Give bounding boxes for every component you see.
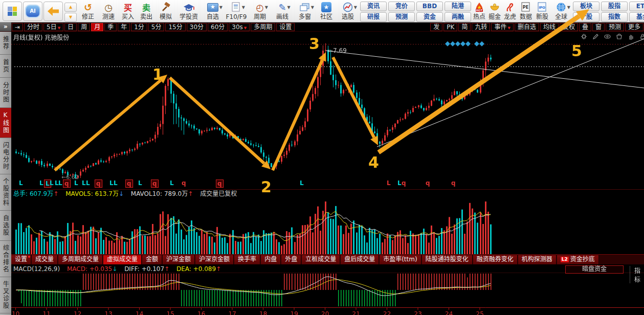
toolbar-btn-ETF[interactable]: ETF [629,2,644,11]
period-btn-5分[interactable]: 5分 [148,23,165,31]
toolbar-app-logo[interactable] [3,2,22,21]
period-btn-周[interactable]: 周 [78,23,90,31]
lock-icon[interactable] [639,33,644,40]
sidebar-item-首页[interactable]: 首页 [0,55,11,78]
period-btn-分时[interactable]: 分时 [24,23,42,31]
indicator-tab-虚拟成交量[interactable]: 虚拟成交量 [103,255,142,264]
period-btn-窗[interactable]: 窗 [592,23,605,31]
indicator-tab-外盘[interactable]: 外盘 [281,255,301,264]
period-btn-简[interactable]: 简 [458,23,471,31]
period-btn-15分[interactable]: 15分 [165,23,185,31]
toolbar-btn-陆港[interactable]: 陆港 [445,2,471,11]
indicator-tab-金额[interactable]: 金额 [142,255,162,264]
eye-icon[interactable] [604,33,611,40]
toolbar-speed-test[interactable]: ◷测速 [98,0,119,21]
indicator-tab-融资融券变化[interactable]: 融资融券变化 [473,255,518,264]
toolbar-btn-BBD[interactable]: BBD [416,2,443,11]
period-btn-1分[interactable]: 1分 [131,23,147,31]
indicator-tab-内盘[interactable]: 内盘 [261,255,281,264]
indicator-tab-沪深京金额[interactable]: 沪深京金额 [195,255,234,264]
period-btn-删自选[interactable]: 删自选 [515,23,539,31]
jump-latest-button[interactable]: ⇥ [12,23,23,31]
period-btn-九转[interactable]: 九转 [472,23,490,31]
toolbar-btn-个股[interactable]: 个股 [573,12,599,22]
toolbar-correction[interactable]: ↺修正 [78,0,98,21]
chevron-down-icon[interactable]: ▼ [287,5,290,10]
chevron-down-icon[interactable]: ▼ [311,5,314,10]
sidebar-expand-button[interactable]: » [0,22,11,32]
chevron-down-icon[interactable]: ▼ [242,5,245,10]
sidebar-item-综合排名[interactable]: 综合排名 [0,241,11,277]
toolbar-f10-f9[interactable]: ▼F10/F9 [224,0,249,21]
period-btn-日[interactable]: 日 [64,23,77,31]
indicator-tab-盘后成交量[interactable]: 盘后成交量 [341,255,379,264]
toolbar-btn-两融[interactable]: 两融 [445,12,471,22]
period-btn-均线[interactable]: 均线 [540,23,559,31]
toolbar-ai-assistant[interactable]: AI [23,2,42,21]
indicator-tab-多周期成交量[interactable]: 多周期成交量 [58,255,103,264]
toolbar-scroll-up-down[interactable]: ▲▼ [63,0,78,22]
period-btn-更多[interactable]: 更多 [625,23,643,31]
sidebar-item-推荐[interactable]: 推荐 [0,32,11,55]
period-btn-季[interactable]: 季 [104,23,117,31]
toolbar-simulate[interactable]: 模拟 [156,0,176,21]
toolbar-data[interactable]: PE数据 [518,0,534,21]
period-btn-叠[interactable]: 叠 [579,23,591,31]
sidebar-item-分时图[interactable]: 分时图 [0,78,11,108]
toolbar-nav-back[interactable] [43,2,63,21]
sidebar-item-牛叉诊股[interactable]: 牛叉诊股 [0,277,11,313]
toolbar-btn-研报[interactable]: 研报 [360,12,387,22]
hand-icon[interactable] [627,33,635,40]
period-btn-30分[interactable]: 30分 [187,23,207,31]
toolbar-multi-window[interactable]: ▼多窗 [294,0,316,21]
toolbar-sell[interactable]: 卖卖出 [137,0,156,21]
toolbar-new-shares[interactable]: IPO新股 [534,0,550,21]
sidebar-item-自选股[interactable]: 自选股 [0,211,11,241]
indicator-tab-资金抄底[interactable]: L2资金抄底 [557,255,599,264]
period-btn-复权[interactable]: 复权 [560,23,578,31]
period-btn-PK[interactable]: PK [443,23,457,31]
toolbar-draw-line[interactable]: ✎▼画线 [271,0,294,21]
toolbar-period[interactable]: ◴▼周期 [249,0,271,21]
indicator-tab-换手率[interactable]: 换手率 [234,255,260,264]
period-btn-30s[interactable]: 30s▼ [229,23,250,31]
trash-icon[interactable] [615,33,623,40]
period-btn-年[interactable]: 年 [118,23,130,31]
period-btn-发[interactable]: 发 [430,23,442,31]
chevron-down-icon[interactable]: ▼ [354,5,357,10]
indicator-tab-设置[interactable]: 设置 [11,255,31,264]
period-btn-设置[interactable]: 设置 [276,23,295,31]
toolbar-btn-资金[interactable]: 资金 [416,12,443,22]
toolbar-global[interactable]: ▼全球 [550,0,572,21]
chevron-down-icon[interactable]: ▼ [58,26,60,30]
toolbar-watchlist[interactable]: ★▼自选 [202,0,224,21]
period-btn-5日[interactable]: 5日▼ [43,23,63,31]
toolbar-hot-spot[interactable]: HOT热点 [472,0,487,21]
dark-pool-funds-button[interactable]: 暗盘资金 [565,265,624,274]
chevron-down-icon[interactable]: ▼ [244,26,247,30]
period-btn-事件[interactable]: 事件▼ [491,23,513,31]
toolbar-btn-基金[interactable]: 基金 [629,12,644,22]
toolbar-btn-股指[interactable]: 股指 [601,2,628,11]
sidebar-item-个股资料[interactable]: 个股资料 [0,174,11,211]
period-btn-60分[interactable]: 60分 [208,23,228,31]
chevron-down-icon[interactable]: ▼ [219,5,223,10]
toolbar-btn-预测[interactable]: 预测 [388,12,415,22]
toolbar-stock-pick[interactable]: ▼选股 [337,0,359,21]
period-btn-多周期[interactable]: 多周期 [251,23,275,31]
chevron-down-icon[interactable]: ▼ [508,26,510,30]
indicator-tab-成交量[interactable]: 成交量 [32,255,58,264]
period-btn-月[interactable]: 月 [91,23,103,31]
indicator-panel-button[interactable]: 指标 [630,266,644,283]
pencil-icon[interactable] [592,33,599,40]
indicator-tab-陆股通持股变化[interactable]: 陆股通持股变化 [422,255,473,264]
toolbar-btn-指数[interactable]: 指数 [601,12,628,22]
indicator-tab-市盈率(ttm)[interactable]: 市盈率(ttm) [380,255,421,264]
toolbar-btn-竞价[interactable]: 竞价 [388,2,415,11]
chevron-down-icon[interactable]: ▼ [265,5,268,10]
toolbar-gold-dig[interactable]: 掘金 [487,0,502,21]
sidebar-item-闪电分时[interactable]: 闪电分时 [0,138,11,174]
toolbar-btn-板块[interactable]: 板块 [573,2,599,11]
indicator-tab-沪深金额[interactable]: 沪深金额 [163,255,195,264]
indicator-tab-机构探测器[interactable]: 机构探测器 [518,255,557,264]
